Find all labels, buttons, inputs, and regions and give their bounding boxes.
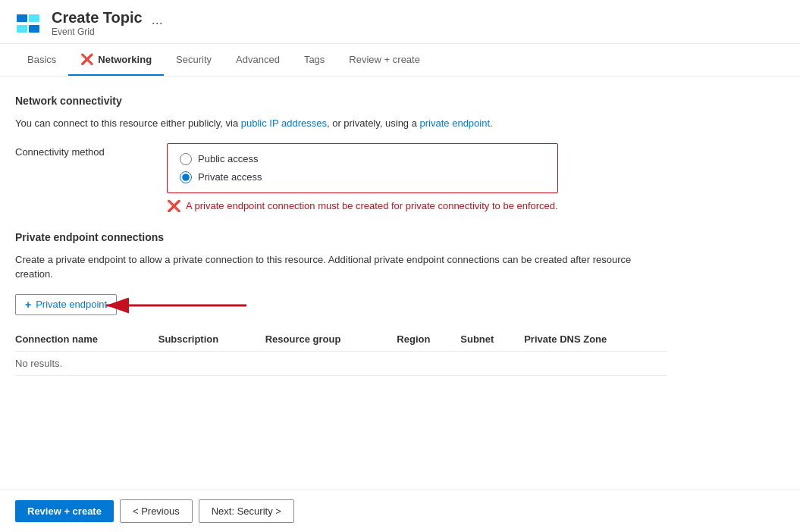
table-header-row: Connection name Subscription Resource gr… — [15, 327, 667, 352]
event-grid-icon — [15, 10, 42, 37]
tab-networking[interactable]: ❌ Networking — [68, 44, 164, 76]
tab-tags-label: Tags — [304, 54, 325, 65]
plus-icon: + — [25, 299, 31, 311]
tab-security[interactable]: Security — [164, 44, 224, 76]
col-region: Region — [397, 327, 460, 352]
page-subtitle: Event Grid — [52, 27, 143, 37]
private-endpoint-table: Connection name Subscription Resource gr… — [15, 327, 667, 376]
tab-bar: Basics ❌ Networking Security Advanced Ta… — [0, 44, 800, 77]
private-endpoint-section-title: Private endpoint connections — [15, 231, 667, 243]
svg-rect-0 — [17, 14, 27, 22]
table-no-results-row: No results. — [15, 351, 667, 375]
tab-basics[interactable]: Basics — [15, 44, 68, 76]
public-ip-link[interactable]: public IP addresses — [241, 117, 327, 129]
page-header: Create Topic Event Grid ··· — [0, 0, 800, 44]
tab-networking-label: Networking — [98, 54, 152, 65]
public-access-option[interactable]: Public access — [180, 153, 545, 165]
main-content: Network connectivity You can connect to … — [0, 77, 682, 406]
svg-rect-1 — [29, 14, 39, 22]
more-options-button[interactable]: ··· — [152, 15, 163, 31]
error-message-text: A private endpoint connection must be cr… — [186, 200, 558, 211]
svg-rect-2 — [17, 25, 27, 33]
col-private-dns-zone: Private DNS Zone — [524, 327, 667, 352]
header-text-group: Create Topic Event Grid — [52, 9, 143, 37]
add-private-endpoint-label: Private endpoint — [36, 299, 107, 310]
public-access-radio[interactable] — [180, 153, 192, 165]
add-private-endpoint-button[interactable]: + Private endpoint — [15, 294, 117, 315]
error-circle-icon: ❌ — [167, 199, 181, 213]
network-connectivity-title: Network connectivity — [15, 95, 667, 107]
tab-review-create[interactable]: Review + create — [337, 44, 432, 76]
page-title: Create Topic — [52, 9, 143, 27]
no-results-text: No results. — [15, 351, 667, 375]
private-connections-description: Create a private endpoint to allow a pri… — [15, 252, 667, 282]
connectivity-error-message: ❌ A private endpoint connection must be … — [167, 199, 558, 213]
section-separator: Private endpoint connections Create a pr… — [15, 231, 667, 376]
tab-review-create-label: Review + create — [349, 54, 420, 65]
col-resource-group: Resource group — [265, 327, 397, 352]
networking-error-icon: ❌ — [80, 53, 93, 65]
connectivity-options-box: Public access Private access — [167, 143, 558, 193]
tab-tags[interactable]: Tags — [292, 44, 337, 76]
tab-security-label: Security — [176, 54, 212, 65]
public-access-label: Public access — [198, 153, 258, 164]
private-access-radio[interactable] — [180, 171, 192, 183]
arrow-annotation — [99, 286, 250, 324]
network-connectivity-description: You can connect to this resource either … — [15, 116, 667, 131]
col-subnet: Subnet — [460, 327, 524, 352]
add-private-endpoint-container: + Private endpoint — [15, 294, 117, 327]
private-access-label: Private access — [198, 171, 262, 183]
private-access-option[interactable]: Private access — [180, 171, 545, 183]
tab-advanced-label: Advanced — [236, 54, 280, 65]
col-connection-name: Connection name — [15, 327, 158, 352]
svg-rect-3 — [29, 25, 39, 33]
tab-basics-label: Basics — [27, 54, 56, 65]
col-subscription: Subscription — [158, 327, 265, 352]
tab-advanced[interactable]: Advanced — [224, 44, 292, 76]
connectivity-method-row: Connectivity method Public access Privat… — [15, 143, 667, 213]
private-endpoint-link[interactable]: private endpoint — [420, 117, 491, 129]
connectivity-method-label: Connectivity method — [15, 143, 167, 158]
